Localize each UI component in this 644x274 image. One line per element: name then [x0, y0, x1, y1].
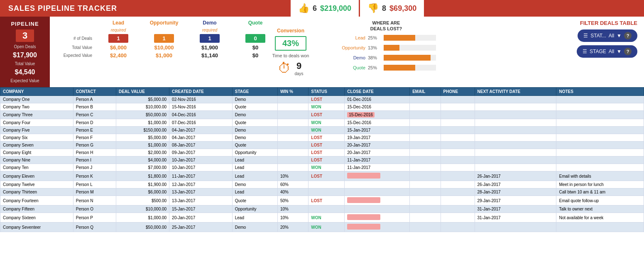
cell-email	[410, 142, 441, 149]
col-stage: STAGE	[232, 88, 277, 96]
cell-stage: Quote	[232, 119, 277, 127]
stat-filter-btn[interactable]: ☰ STAT... All ▼ ?	[578, 29, 637, 42]
cell-status: LOST	[309, 171, 345, 181]
stage-stats: Lead Opportunity Demo Quote required req…	[50, 17, 249, 87]
table-row[interactable]: Company Seventeer Person Q $50,000.00 25…	[0, 223, 644, 232]
cell-status: LOST	[309, 196, 345, 206]
cell-contact: Person I	[73, 157, 116, 164]
demo-total: $1,900	[201, 44, 218, 51]
table-row[interactable]: Company Three Person C $50,000.00 04-Dec…	[0, 111, 644, 119]
cell-phone	[441, 127, 475, 134]
cell-win-pct: 40%	[277, 188, 308, 196]
required-1: required	[111, 28, 126, 32]
dl-lead-label: Lead	[336, 35, 365, 40]
cell-stage: Demo	[232, 96, 277, 103]
cell-phone	[441, 157, 475, 164]
stage-filter-btn[interactable]: ☰ STAGE All ▼ ?	[577, 45, 637, 58]
cell-created-date: 11-Jan-2017	[169, 171, 233, 181]
cell-deal-value: $5,000.00	[116, 134, 169, 142]
cell-contact: Person L	[73, 181, 116, 188]
cell-company: Company Nine	[0, 157, 73, 164]
cell-created-date: 04-Jan-2017	[169, 134, 233, 142]
cell-company: Company Eight	[0, 149, 73, 157]
cell-close-date: 20-Jan-2017	[345, 142, 410, 149]
cell-status: WON	[309, 119, 345, 127]
cell-next-activity: 26-Jan-2017	[475, 171, 556, 181]
cell-stage: Lead	[232, 188, 277, 196]
positive-value: $219,000	[320, 4, 351, 13]
col-win-pct: WIN %	[277, 88, 308, 96]
cell-phone	[441, 171, 475, 181]
table-row[interactable]: Company Nine Person I $4,000.00 10-Jan-2…	[0, 157, 644, 164]
table-row[interactable]: Company Eleven Person K $1,800.00 11-Jan…	[0, 171, 644, 181]
table-row[interactable]: Company Sixteen Person P $1,000.00 20-Ja…	[0, 213, 644, 223]
cell-deal-value: $1,000.00	[116, 119, 169, 127]
lead-deals: 1	[108, 34, 128, 43]
cell-stage: Lead	[232, 171, 277, 181]
cell-stage: Lead	[232, 164, 277, 171]
table-row[interactable]: Company Five Person E $150,000.00 04-Jan…	[0, 127, 644, 134]
table-row[interactable]: Company Eight Person H $2,000.00 09-Jan-…	[0, 149, 644, 157]
cell-win-pct	[277, 111, 308, 119]
expected-value-label-row: Expected Value	[54, 53, 95, 58]
cell-close-date	[345, 213, 410, 223]
table-row[interactable]: Company Seven Person G $1,000.00 08-Jan-…	[0, 142, 644, 149]
cell-next-activity	[475, 127, 556, 134]
cell-email	[410, 157, 441, 164]
cell-stage: Lead	[232, 157, 277, 164]
cell-next-activity: 31-Jan-2017	[475, 213, 556, 223]
cell-email	[410, 206, 441, 213]
expected-value: $4,540	[15, 68, 35, 76]
conversion-box: 43%	[275, 36, 306, 51]
table-row[interactable]: Company Two Person B $10,000.00 15-Nov-2…	[0, 103, 644, 111]
cell-stage: Demo	[232, 127, 277, 134]
cell-stage: Demo	[232, 111, 277, 119]
cell-deal-value: $500.00	[116, 196, 169, 206]
table-row[interactable]: Company Thirteen Person M $6,000.00 13-J…	[0, 188, 644, 196]
cell-status: WON	[309, 213, 345, 223]
dl-quote-bar	[384, 65, 436, 71]
deals-lost-title1: WHERE ARE	[372, 20, 400, 25]
cell-deal-value: $1,000.00	[116, 213, 169, 223]
cell-notes	[556, 223, 644, 232]
cell-email	[410, 119, 441, 127]
table-row[interactable]: Company Six Person F $5,000.00 04-Jan-20…	[0, 134, 644, 142]
cell-phone	[441, 206, 475, 213]
table-row[interactable]: Company Twelve Person L $1,900.00 12-Jan…	[0, 181, 644, 188]
cell-notes	[556, 164, 644, 171]
cell-close-date: 01-Dec-2016	[345, 96, 410, 103]
conversion-value: 43%	[282, 39, 299, 48]
total-value-label: Total Value	[15, 61, 35, 66]
cell-company: Company Two	[0, 103, 73, 111]
cell-created-date: 07-Dec-2016	[169, 119, 233, 127]
num-deals-label: # of Deals	[54, 36, 95, 41]
cell-stage: Opportunity	[232, 206, 277, 213]
deals-lost-opp-row: Opportunity 13%	[336, 44, 436, 52]
cell-phone	[441, 188, 475, 196]
stat-filter-label: STAT...	[590, 33, 606, 39]
table-row[interactable]: Company Fourteen Person N $500.00 13-Jan…	[0, 196, 644, 206]
cell-company: Company Fifteen	[0, 206, 73, 213]
table-row[interactable]: Company Fifteen Person O $10,000.00 15-J…	[0, 206, 644, 213]
dl-opp-label: Opportunity	[336, 45, 365, 50]
cell-phone	[441, 96, 475, 103]
cell-deal-value: $2,000.00	[116, 149, 169, 157]
total-value: $17,900	[13, 51, 37, 59]
table-row[interactable]: Company One Person A $5,000.00 02-Nov-20…	[0, 96, 644, 103]
table-row[interactable]: Company Ten Person J $7,000.00 10-Jan-20…	[0, 164, 644, 171]
cell-company: Company Fourteen	[0, 196, 73, 206]
cell-close-date: 15-Dec-2016	[345, 103, 410, 111]
cell-stage: Demo	[232, 181, 277, 188]
cell-contact: Person G	[73, 142, 116, 149]
negative-metric: 👎 8 $69,300	[359, 0, 424, 17]
cell-phone	[441, 134, 475, 142]
cell-created-date: 15-Nov-2016	[169, 103, 233, 111]
cell-contact: Person D	[73, 119, 116, 127]
table-row[interactable]: Company Four Person D $1,000.00 07-Dec-2…	[0, 119, 644, 127]
cell-deal-value: $1,800.00	[116, 171, 169, 181]
time-days: 9	[296, 61, 301, 71]
cell-deal-value: $150,000.00	[116, 127, 169, 134]
demo-label: Demo	[203, 20, 216, 26]
lead-label: Lead	[113, 20, 124, 26]
cell-contact: Person K	[73, 171, 116, 181]
